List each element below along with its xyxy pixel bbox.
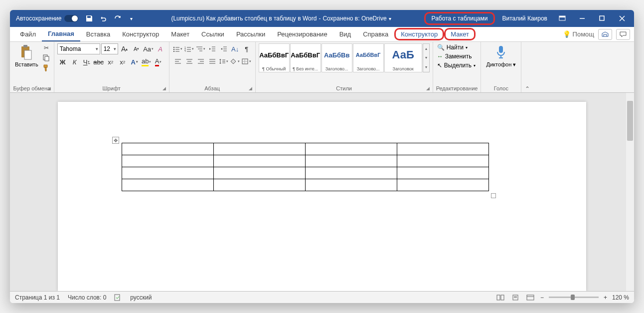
font-color-icon[interactable]: A [153, 56, 164, 67]
vertical-scrollbar[interactable] [626, 93, 634, 291]
paste-button[interactable]: Вставить [13, 43, 40, 68]
qat-dropdown-icon[interactable]: ▾ [125, 12, 137, 24]
share-button[interactable] [598, 29, 612, 40]
redo-icon[interactable] [111, 12, 123, 24]
align-right-icon[interactable] [195, 56, 206, 67]
svg-rect-3 [600, 16, 604, 20]
subscript-icon[interactable]: x2 [105, 56, 116, 67]
underline-icon[interactable]: Ч [81, 56, 92, 67]
multilevel-list-icon[interactable] [195, 43, 206, 54]
bold-icon[interactable]: Ж [57, 56, 68, 67]
table-resize-handle-icon[interactable] [491, 193, 496, 198]
borders-icon[interactable] [241, 56, 252, 67]
undo-icon[interactable] [97, 12, 109, 24]
paragraph-launcher-icon[interactable]: ◢ [249, 86, 252, 91]
document-area[interactable]: ✥ [10, 93, 634, 291]
styles-gallery-more[interactable]: ▴▾▾ [423, 43, 430, 72]
shrink-font-icon[interactable]: A▾ [131, 43, 142, 54]
bullets-icon[interactable] [172, 43, 183, 54]
replace-button[interactable]: ↔Заменить [436, 52, 473, 60]
close-icon[interactable] [612, 11, 632, 26]
language-indicator[interactable]: русский [130, 294, 152, 301]
scrollbar-thumb[interactable] [627, 101, 633, 141]
paragraph-label: Абзац [204, 85, 220, 91]
zoom-out-icon[interactable]: − [540, 294, 544, 301]
tab-references[interactable]: Ссылки [195, 27, 230, 41]
read-mode-icon[interactable] [495, 293, 505, 302]
tell-me-search[interactable]: 💡 Помощ [563, 30, 594, 38]
tab-design[interactable]: Конструктор [116, 27, 165, 41]
align-left-icon[interactable] [172, 56, 183, 67]
style-heading1[interactable]: АаБбВвЗаголово... [322, 43, 352, 72]
style-nospacing[interactable]: АаБбВвГ¶ Без инте... [290, 43, 321, 72]
print-layout-icon[interactable] [510, 293, 520, 302]
svg-rect-50 [115, 295, 120, 301]
tab-layout[interactable]: Макет [165, 27, 195, 41]
zoom-level[interactable]: 120 % [612, 294, 629, 301]
save-icon[interactable] [83, 12, 95, 24]
title-dropdown-icon[interactable]: ▾ [389, 16, 391, 21]
cursor-icon: ↖ [437, 62, 442, 69]
document-table[interactable] [122, 143, 489, 191]
zoom-knob[interactable] [571, 295, 575, 300]
dictate-button[interactable]: Диктофон ▾ [484, 43, 518, 69]
line-spacing-icon[interactable] [218, 56, 229, 67]
zoom-slider[interactable] [549, 297, 599, 298]
numbering-icon[interactable]: 123 [184, 43, 195, 54]
svg-text:3: 3 [184, 50, 186, 52]
user-name[interactable]: Виталий Каиров [497, 15, 552, 22]
tab-table-design[interactable]: Конструктор [394, 28, 444, 40]
tab-mailings[interactable]: Рассылки [230, 27, 271, 41]
increase-indent-icon[interactable] [218, 43, 229, 54]
show-marks-icon[interactable]: ¶ [241, 43, 252, 54]
font-size-combo[interactable]: 12 [101, 43, 118, 54]
styles-launcher-icon[interactable]: ◢ [426, 86, 430, 91]
tab-help[interactable]: Справка [357, 27, 394, 41]
cut-icon[interactable]: ✂ [42, 43, 51, 52]
web-layout-icon[interactable] [525, 293, 535, 302]
style-heading2[interactable]: АаБбВвГЗаголово... [353, 43, 384, 72]
find-button[interactable]: 🔍Найти▾ [436, 43, 469, 51]
format-painter-icon[interactable] [42, 63, 51, 72]
tab-home[interactable]: Главная [42, 27, 80, 41]
sort-icon[interactable]: A↓ [230, 43, 241, 54]
tab-table-layout[interactable]: Макет [444, 28, 476, 40]
maximize-icon[interactable] [592, 11, 612, 26]
change-case-icon[interactable]: Aa [143, 43, 154, 54]
group-paragraph: 123 A↓ ¶ Абзац◢ [169, 42, 256, 92]
font-name-combo[interactable]: Tahoma [57, 43, 100, 54]
highlight-icon[interactable]: ab [141, 56, 152, 67]
collapse-ribbon-icon[interactable]: ⌃ [521, 85, 533, 92]
strikethrough-icon[interactable]: abc [93, 56, 104, 67]
justify-icon[interactable] [207, 56, 218, 67]
tab-review[interactable]: Рецензирование [271, 27, 333, 41]
shading-icon[interactable] [230, 56, 241, 67]
spellcheck-icon[interactable] [114, 294, 122, 301]
grow-font-icon[interactable]: A▴ [119, 43, 130, 54]
copy-icon[interactable] [42, 53, 51, 62]
text-effects-icon[interactable]: A [129, 56, 140, 67]
decrease-indent-icon[interactable] [207, 43, 218, 54]
clipboard-launcher-icon[interactable]: ◢ [47, 86, 51, 91]
ribbon-display-icon[interactable] [552, 11, 572, 26]
minimize-icon[interactable] [572, 11, 592, 26]
font-launcher-icon[interactable]: ◢ [162, 86, 166, 91]
page-indicator[interactable]: Страница 1 из 1 [15, 294, 60, 301]
select-button[interactable]: ↖Выделить▾ [436, 61, 477, 69]
word-count[interactable]: Число слов: 0 [68, 294, 106, 301]
autosave-toggle[interactable] [64, 15, 78, 22]
clear-formatting-icon[interactable]: A [155, 43, 166, 54]
page[interactable]: ✥ [58, 102, 586, 291]
zoom-in-icon[interactable]: + [604, 294, 607, 301]
comments-button[interactable] [616, 29, 630, 40]
align-center-icon[interactable] [184, 56, 195, 67]
style-normal[interactable]: АаБбВвГ¶ Обычный [259, 43, 290, 72]
tab-file[interactable]: Файл [14, 27, 42, 41]
style-title[interactable]: АаБЗаголовок [384, 43, 422, 72]
tab-insert[interactable]: Вставка [80, 27, 116, 41]
superscript-icon[interactable]: x2 [117, 56, 128, 67]
italic-icon[interactable]: К [69, 56, 80, 67]
svg-rect-5 [23, 45, 27, 47]
tab-view[interactable]: Вид [333, 27, 357, 41]
table-move-handle-icon[interactable]: ✥ [112, 137, 119, 144]
